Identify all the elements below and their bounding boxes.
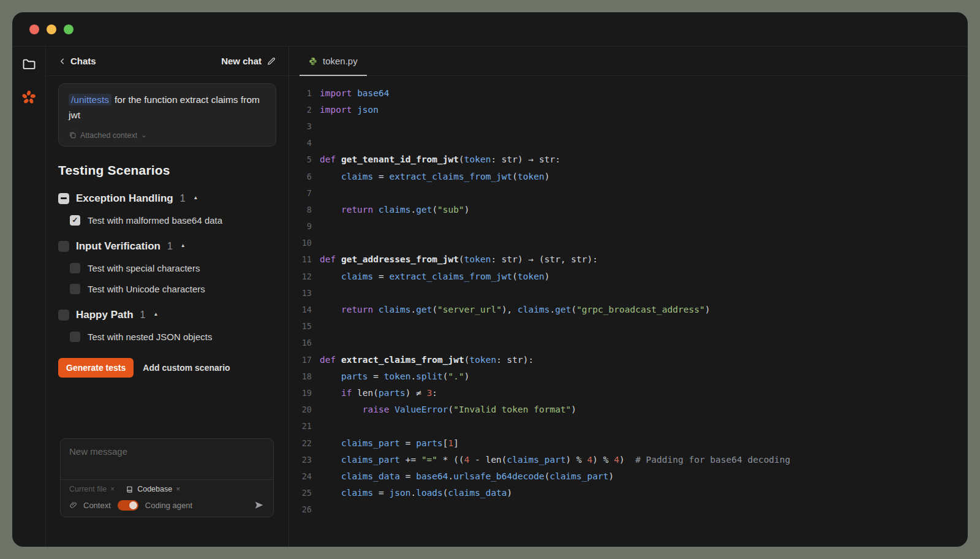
code-token: "sub" <box>437 205 464 215</box>
code-token: # Padding for base64 decoding <box>635 455 790 465</box>
code-token: . <box>410 305 416 314</box>
add-custom-scenario-button[interactable]: Add custom scenario <box>143 363 230 373</box>
back-to-chats-button[interactable]: Chats <box>58 56 96 66</box>
code-token: ) <box>705 305 710 314</box>
item-label: Test with special characters <box>88 263 200 273</box>
item-checkbox[interactable] <box>70 284 80 294</box>
group-label: Exception Handling <box>76 192 173 205</box>
code-line: 6 claims = extract_claims_from_jwt(token… <box>289 168 968 184</box>
group-checkbox[interactable] <box>58 310 69 321</box>
code-token: extract_claims_from_jwt <box>390 172 513 181</box>
user-message-card[interactable]: /unittestsfor the function extract claim… <box>58 83 276 146</box>
main-area: Chats New chat /unittestsfor the functio… <box>12 46 968 547</box>
code-token: ( <box>459 154 464 164</box>
code-line: 21 <box>289 418 968 435</box>
send-message-button[interactable] <box>254 500 265 511</box>
code-token: ) <box>545 172 550 181</box>
code-token: claims <box>341 272 373 281</box>
line-number: 10 <box>289 238 320 248</box>
codebase-chip[interactable]: Codebase × <box>126 485 180 493</box>
scenario-group: Exception Handling1▲Test with malformed … <box>58 192 276 226</box>
group-checkbox[interactable] <box>58 241 69 252</box>
remove-chip-icon[interactable]: × <box>110 485 115 493</box>
code-line: 15 <box>289 318 968 335</box>
tab-filename: token.py <box>323 56 358 66</box>
code-token: len( <box>352 388 379 398</box>
code-line-content: import base64 <box>320 88 390 98</box>
current-file-chip[interactable]: Current file × <box>69 485 115 493</box>
code-line: 3 <box>289 118 968 134</box>
code-editor[interactable]: 1import base642import json345def get_ten… <box>289 76 968 547</box>
window-controls <box>29 25 74 34</box>
minimize-window-button[interactable] <box>47 25 56 34</box>
folder-icon[interactable] <box>21 56 37 72</box>
composer-controls: Context Coding agent <box>69 500 265 511</box>
code-line: 9 <box>289 218 968 235</box>
code-token: . <box>410 371 416 381</box>
collapse-caret-icon[interactable]: ▲ <box>181 243 186 248</box>
code-line-content: claims_part += "=" * ((4 - len(claims_pa… <box>320 455 790 465</box>
code-token: ) <box>545 272 550 281</box>
group-label: Happy Path <box>76 309 134 321</box>
item-checkbox[interactable] <box>70 215 80 226</box>
code-token: ( <box>443 488 448 498</box>
group-checkbox[interactable] <box>58 193 69 204</box>
code-token: . <box>549 305 555 314</box>
coding-agent-toggle[interactable] <box>118 500 138 511</box>
code-token <box>320 205 341 215</box>
generate-tests-button[interactable]: Generate tests <box>58 358 134 378</box>
zoom-window-button[interactable] <box>64 25 74 34</box>
group-count: 1 <box>167 241 173 252</box>
message-composer: Current file × Codebase × Context <box>60 438 274 517</box>
code-token: token <box>518 272 545 281</box>
code-token: ) <box>464 371 470 381</box>
collapse-caret-icon[interactable]: ▲ <box>153 311 158 317</box>
code-token: claims_part <box>341 438 400 448</box>
line-number: 9 <box>289 221 320 231</box>
code-token: "=" <box>421 455 437 465</box>
scenario-group-header[interactable]: Happy Path1▲ <box>58 309 276 321</box>
code-token <box>336 254 341 264</box>
tab-token-py[interactable]: token.py <box>300 47 367 75</box>
scenario-item: Test with nested JSON objects <box>58 332 276 342</box>
item-label: Test with nested JSON objects <box>88 332 212 342</box>
context-button[interactable]: Context <box>83 501 111 510</box>
code-token: loads <box>416 488 443 498</box>
code-line: 14 return claims.get("server_url"), clai… <box>289 301 968 318</box>
scenario-item: Test with special characters <box>58 263 276 273</box>
code-token: ) <box>571 405 576 414</box>
scenario-group-header[interactable]: Input Verification1▲ <box>58 240 276 253</box>
coding-agent-label: Coding agent <box>145 501 192 510</box>
group-count: 1 <box>180 193 186 204</box>
code-token <box>352 88 357 98</box>
code-token: = <box>368 371 384 381</box>
paperclip-icon <box>69 501 78 509</box>
code-line: 22 claims_part = parts[1] <box>289 435 968 451</box>
code-line-content: return claims.get("sub") <box>320 205 470 215</box>
augment-flower-icon[interactable] <box>21 89 37 105</box>
close-window-button[interactable] <box>29 25 39 34</box>
code-token: = <box>400 471 416 481</box>
code-token <box>320 438 341 448</box>
line-number: 2 <box>289 105 320 115</box>
scenario-item: Test with malformed base64 data <box>58 215 276 226</box>
remove-chip-icon[interactable]: × <box>176 485 180 493</box>
item-checkbox[interactable] <box>70 263 80 273</box>
code-line-content: if len(parts) ≠ 3: <box>320 388 437 398</box>
code-token: token <box>464 254 491 264</box>
code-token: ) % <box>592 455 614 465</box>
new-chat-button[interactable]: New chat <box>221 56 276 66</box>
code-line: 1import base64 <box>289 85 968 101</box>
code-token: ) <box>619 455 635 465</box>
code-token: ValueError <box>394 405 448 414</box>
new-message-input[interactable] <box>61 439 273 479</box>
code-token: ) % <box>566 455 587 465</box>
item-checkbox[interactable] <box>70 332 80 342</box>
attached-context-toggle[interactable]: Attached context ⌄ <box>69 131 266 140</box>
scenario-group-header[interactable]: Exception Handling1▲ <box>58 192 276 205</box>
line-number: 15 <box>289 321 320 331</box>
code-token: ) ≠ <box>405 388 427 398</box>
code-token: json <box>390 488 411 498</box>
code-token: : <box>432 388 437 398</box>
collapse-caret-icon[interactable]: ▲ <box>194 195 198 200</box>
